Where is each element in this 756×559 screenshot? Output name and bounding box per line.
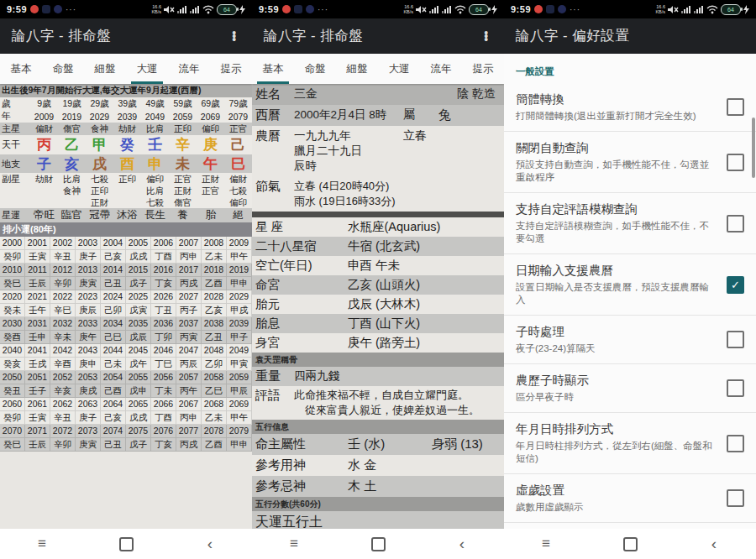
tab-bar: 基本命盤細盤大運流年提示 bbox=[252, 54, 504, 84]
tab-命盤[interactable]: 命盤 bbox=[294, 54, 336, 84]
cell: 甲辰 bbox=[227, 384, 252, 398]
notification-badge-icon bbox=[546, 5, 554, 13]
recents-nav-icon[interactable] bbox=[605, 537, 655, 551]
minor-ganzhi-row: 癸酉壬申辛未庚午己巳戊辰丁卯丙寅乙丑甲子 bbox=[0, 331, 252, 344]
checkbox[interactable] bbox=[727, 379, 744, 397]
cell: 壬戌 bbox=[25, 358, 50, 371]
cell: 辛未 bbox=[50, 331, 76, 344]
checkbox[interactable] bbox=[727, 98, 744, 116]
cell: 壬申 bbox=[25, 331, 50, 344]
tab-大運[interactable]: 大運 bbox=[126, 54, 168, 84]
cell: 甲戌 bbox=[227, 304, 252, 317]
tab-流年[interactable]: 流年 bbox=[168, 54, 210, 84]
tianyun-row: 天運五行土 bbox=[252, 511, 504, 529]
scrollbar[interactable] bbox=[752, 118, 755, 178]
checkbox[interactable] bbox=[727, 215, 744, 232]
cell: 己酉 bbox=[101, 384, 126, 398]
cell: 養 bbox=[169, 208, 197, 222]
cell: 2009 bbox=[30, 112, 58, 122]
cell: 2029 bbox=[227, 290, 252, 304]
checkbox[interactable] bbox=[727, 435, 744, 452]
cell: 丙子 bbox=[176, 304, 202, 317]
cell: 辛丑 bbox=[50, 250, 76, 264]
setting-item[interactable]: 簡體轉換打開簡體轉換(退出並重新打開才完全生效) bbox=[504, 83, 756, 132]
tab-細盤[interactable]: 細盤 bbox=[336, 54, 378, 84]
back-nav-icon[interactable]: ‹ bbox=[437, 535, 487, 553]
setting-subtitle: 年月日時柱排列方式，從左到右(細盤、命盤和短信) bbox=[516, 440, 718, 465]
overflow-menu-icon[interactable]: ••• bbox=[480, 31, 492, 41]
row-label: 天干 bbox=[0, 138, 30, 151]
cell-signal-icon bbox=[681, 5, 691, 14]
tab-細盤[interactable]: 細盤 bbox=[84, 54, 126, 84]
checkbox[interactable] bbox=[727, 331, 744, 348]
checkbox[interactable] bbox=[727, 489, 744, 507]
checkbox[interactable] bbox=[727, 154, 744, 171]
cell: 乙巳 bbox=[202, 384, 227, 398]
lunar-row: 農曆一九九九年臘月二十九日辰時立春 bbox=[252, 126, 504, 176]
cell: 2047 bbox=[176, 344, 202, 358]
setting-subtitle: 打開簡體轉換(退出並重新打開才完全生效) bbox=[516, 110, 718, 123]
tab-大運[interactable]: 大運 bbox=[378, 54, 420, 84]
setting-item[interactable]: 虛歲設置歲數用虛歲顯示 bbox=[504, 474, 756, 523]
menu-nav-icon[interactable]: ≡ bbox=[17, 535, 67, 552]
setting-item[interactable]: 日期輸入支援農曆設置日期輸入是否支援農曆，預設支援農曆輸入✓ bbox=[504, 254, 756, 316]
setting-subtitle: 歲數用虛歲顯示 bbox=[516, 501, 718, 514]
status-bar: 9:59···16.6KB/s64 bbox=[504, 0, 756, 18]
row-label: 地支 bbox=[0, 158, 30, 170]
recents-nav-icon[interactable] bbox=[101, 537, 151, 551]
dayun-table: 出生後9年7月開始行大運,每交大運年9月起運(西曆)歲9歲19歲29歲39歲49… bbox=[0, 84, 252, 452]
setting-item[interactable]: 支持自定評語模糊查詢支持自定評語模糊查詢，如手機性能不佳，不要勾選 bbox=[504, 193, 756, 254]
back-nav-icon[interactable]: ‹ bbox=[185, 535, 235, 553]
tab-基本[interactable]: 基本 bbox=[0, 54, 42, 84]
setting-item[interactable]: 子時處理夜子(23-24)算隔天 bbox=[504, 316, 756, 364]
cell: 丁卯 bbox=[151, 331, 176, 344]
cell: 己卯 bbox=[101, 304, 126, 317]
cell: 2031 bbox=[25, 317, 50, 331]
cell: 正財正官 bbox=[197, 173, 224, 196]
cell: 2032 bbox=[50, 317, 76, 331]
recents-nav-icon[interactable] bbox=[353, 537, 403, 551]
menu-nav-icon[interactable]: ≡ bbox=[269, 535, 319, 552]
tab-提示[interactable]: 提示 bbox=[462, 54, 504, 84]
cell: 乙未 bbox=[202, 250, 227, 264]
setting-item[interactable]: 農歷子時顯示區分早夜子時 bbox=[504, 364, 756, 413]
cell: 比肩 bbox=[141, 123, 169, 135]
cell: 2030 bbox=[0, 317, 25, 331]
cell: 2063 bbox=[76, 398, 101, 411]
tab-提示[interactable]: 提示 bbox=[210, 54, 252, 84]
cell: 2038 bbox=[202, 317, 227, 331]
basic-info-panel: 姓名三金陰 乾造西曆2000年2月4日 8時屬兔農曆一九九九年臘月二十九日辰時立… bbox=[252, 84, 504, 529]
checkbox[interactable]: ✓ bbox=[727, 276, 744, 294]
cell: 辛酉 bbox=[50, 358, 76, 371]
sub-star-row: 副星劫財比肩食神七殺正印正財正印偏印比肩七殺正官正財傷官正財正官偏財七殺偏印 bbox=[0, 173, 252, 208]
back-nav-icon[interactable]: ‹ bbox=[689, 535, 739, 553]
active-tab-underline bbox=[131, 81, 163, 84]
field-label: 節氣 bbox=[255, 179, 294, 195]
setting-text: 年月日時排列方式年月日時柱排列方式，從左到右(細盤、命盤和短信) bbox=[516, 421, 727, 465]
cell: 2064 bbox=[101, 398, 126, 411]
tab-流年[interactable]: 流年 bbox=[420, 54, 462, 84]
cell: 2022 bbox=[50, 290, 76, 304]
minor-ganzhi-row: 癸未壬午辛巳庚辰己卯戊寅丁丑丙子乙亥甲戌 bbox=[0, 304, 252, 317]
row-label: 星運 bbox=[0, 209, 30, 222]
cell: 2069 bbox=[227, 398, 252, 411]
cell: 2062 bbox=[50, 398, 76, 411]
setting-item[interactable]: 關閉自動查詢預設支持自動查詢，如手機性能不佳，勾選並重啟程序 bbox=[504, 132, 756, 193]
comment-value: 此命推來福不輕，自成自立耀門庭。從來富貴人親近，使婢差奴過一生。 bbox=[294, 388, 480, 418]
info-row: 胎元戊辰 (大林木) bbox=[252, 295, 504, 314]
tab-命盤[interactable]: 命盤 bbox=[42, 54, 84, 84]
cell: 比肩食神 bbox=[58, 173, 86, 196]
cell: 丙申 bbox=[176, 250, 202, 264]
cell: 辛巳 bbox=[50, 304, 76, 317]
menu-nav-icon[interactable]: ≡ bbox=[521, 535, 571, 552]
setting-item[interactable]: 年月日時排列方式年月日時柱排列方式，從左到右(細盤、命盤和短信) bbox=[504, 413, 756, 474]
setting-item[interactable]: 加粗顯示干支選擇則會在命盤和細盤中加粗顯示干支✓ bbox=[504, 523, 756, 529]
minor-year-row: 2050205120522053205420552056205720582059 bbox=[0, 371, 252, 384]
tab-基本[interactable]: 基本 bbox=[252, 54, 294, 84]
info-label: 命宮 bbox=[255, 277, 348, 293]
battery-icon: 64 bbox=[469, 4, 489, 15]
overflow-menu-icon[interactable]: ••• bbox=[228, 31, 240, 41]
info-label: 二十八星宿 bbox=[255, 238, 348, 254]
cell: 2018 bbox=[202, 264, 227, 277]
cell: 正官 bbox=[224, 123, 252, 135]
